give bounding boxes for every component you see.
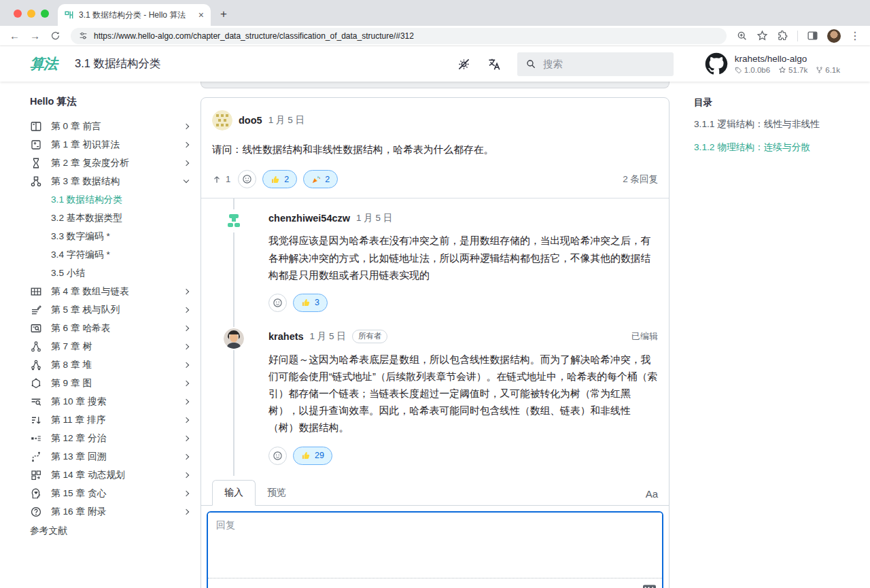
chevron-right-icon[interactable]: [184, 288, 189, 294]
party-popper-icon: [311, 175, 321, 184]
sidebar-item-chapter-9[interactable]: 第 9 章 图: [30, 374, 194, 392]
chevron-right-icon[interactable]: [184, 435, 189, 440]
reload-icon[interactable]: [50, 31, 60, 41]
theme-toggle-icon[interactable]: [457, 58, 470, 71]
chevron-right-icon[interactable]: [184, 508, 189, 514]
chevron-right-icon[interactable]: [184, 453, 189, 459]
window-minimize-button[interactable]: [27, 10, 35, 18]
comment-date[interactable]: 1 月 5 日: [356, 212, 392, 224]
extensions-icon[interactable]: [777, 30, 788, 41]
tab-write[interactable]: 输入: [212, 480, 256, 506]
sidebar-item-chapter-0[interactable]: 第 0 章 前言: [30, 117, 194, 135]
add-reaction-button[interactable]: [268, 294, 287, 312]
sidebar-item-3-2[interactable]: 3.2 基本数据类型: [51, 209, 194, 227]
chevron-right-icon[interactable]: [184, 490, 189, 496]
sidebar-item-3-4[interactable]: 3.4 字符编码 *: [51, 245, 194, 264]
comment-author[interactable]: krahets: [268, 331, 304, 342]
tab-preview[interactable]: 预览: [256, 481, 298, 505]
comment-author[interactable]: chenzhiwei54czw: [268, 213, 350, 224]
sidebar-item-chapter-10[interactable]: 第 10 章 搜索: [30, 392, 194, 411]
reaction-party[interactable]: 2: [303, 170, 338, 188]
back-icon[interactable]: ←: [10, 31, 20, 41]
new-tab-button[interactable]: +: [220, 7, 227, 21]
chrome-menu-icon[interactable]: ⋮: [850, 31, 860, 41]
reply-textarea[interactable]: [208, 513, 662, 578]
sidebar-title[interactable]: Hello 算法: [30, 95, 194, 108]
sidebar-item-chapter-16[interactable]: 第 16 章 附录: [30, 502, 194, 521]
search-box[interactable]: [517, 52, 674, 76]
chevron-right-icon[interactable]: [184, 307, 189, 312]
sidebar-item-chapter-3[interactable]: 第 3 章 数据结构: [30, 172, 194, 190]
chevron-right-icon[interactable]: [184, 123, 189, 128]
comment-author[interactable]: doo5: [239, 115, 262, 126]
chevron-right-icon[interactable]: [184, 325, 189, 330]
markdown-icon[interactable]: [643, 585, 656, 588]
sidebar-item-chapter-4[interactable]: 第 4 章 数组与链表: [30, 282, 194, 300]
add-reaction-button[interactable]: [238, 170, 256, 188]
avatar[interactable]: [212, 110, 232, 131]
comment-date[interactable]: 1 月 5 日: [268, 114, 304, 126]
sidebar-item-chapter-11[interactable]: 第 11 章 排序: [30, 411, 194, 429]
sidebar-item-3-5[interactable]: 3.5 小结: [51, 264, 194, 282]
upvote-arrow-icon[interactable]: [212, 175, 222, 184]
site-logo[interactable]: 算法: [30, 54, 57, 73]
comment-body: 请问：线性数据结构和非线性数据结构，哈希表为什么都存在。: [212, 141, 658, 158]
sidebar-item-chapter-7[interactable]: 第 7 章 树: [30, 337, 194, 356]
zoom-search-icon[interactable]: [737, 31, 748, 41]
site-settings-icon[interactable]: [79, 31, 88, 40]
search-input[interactable]: [543, 58, 645, 69]
chevron-right-icon[interactable]: [184, 380, 189, 385]
avatar[interactable]: [224, 328, 244, 349]
chevron-right-icon[interactable]: [184, 417, 189, 422]
chevron-right-icon[interactable]: [184, 362, 189, 367]
repo-name[interactable]: krahets/hello-algo: [735, 54, 840, 64]
github-repo-link[interactable]: krahets/hello-algo 1.0.0b6 51.7k 6.1k: [705, 52, 840, 75]
reaction-thumbs-up[interactable]: 3: [293, 294, 328, 312]
browser-tab[interactable]: 3.1 数据结构分类 - Hello 算法 ×: [58, 4, 211, 26]
sidebar-item-chapter-8[interactable]: 第 8 章 堆: [30, 356, 194, 374]
sidebar-item-3-1[interactable]: 3.1 数据结构分类: [51, 190, 194, 209]
upvote-control[interactable]: 1: [212, 174, 230, 184]
sidebar-item-chapter-12[interactable]: 第 12 章 分治: [30, 429, 194, 447]
reply-comment: chenzhiwei54czw 1 月 5 日 我觉得应该是因为哈希表在没有冲突…: [234, 212, 658, 311]
sidebar-item-chapter-5[interactable]: 第 5 章 栈与队列: [30, 300, 194, 319]
sidebar-item-chapter-15[interactable]: 第 15 章 贪心: [30, 484, 194, 502]
url-text[interactable]: https://www.hello-algo.com/chapter_data_…: [94, 31, 414, 41]
comment-date[interactable]: 1 月 5 日: [310, 330, 346, 343]
chevron-right-icon[interactable]: [184, 472, 189, 477]
smiley-icon: [242, 174, 252, 184]
sidebar-item-chapter-2[interactable]: 第 2 章 复杂度分析: [30, 154, 194, 172]
reaction-thumbs-up[interactable]: 2: [262, 170, 297, 188]
forward-icon[interactable]: →: [30, 31, 40, 41]
avatar[interactable]: [224, 211, 244, 231]
chevron-right-icon[interactable]: [184, 160, 189, 165]
toc-item-3-1-2[interactable]: 3.1.2 物理结构：连续与分散: [694, 141, 863, 154]
sidebar-item-chapter-13[interactable]: 第 13 章 回溯: [30, 447, 194, 466]
url-field[interactable]: https://www.hello-algo.com/chapter_data_…: [71, 28, 727, 44]
reaction-thumbs-up[interactable]: 29: [293, 447, 332, 465]
sidebar-item-chapter-6[interactable]: 第 6 章 哈希表: [30, 319, 194, 337]
sidebar-item-chapter-1[interactable]: 第 1 章 初识算法: [30, 135, 194, 154]
window-controls[interactable]: [14, 10, 49, 18]
chevron-down-icon[interactable]: [184, 177, 189, 183]
chevron-right-icon[interactable]: [184, 398, 189, 404]
github-logo-icon: [705, 52, 728, 75]
translate-icon[interactable]: [487, 57, 501, 71]
toc-item-3-1-1[interactable]: 3.1.1 逻辑结构：线性与非线性: [694, 118, 863, 131]
sidebar-item-3-3[interactable]: 3.3 数字编码 *: [51, 227, 194, 245]
smiley-icon: [273, 298, 283, 308]
window-close-button[interactable]: [14, 10, 22, 18]
add-reaction-button[interactable]: [268, 447, 287, 465]
browser-tab-strip: 3.1 数据结构分类 - Hello 算法 × +: [0, 0, 870, 26]
bookmark-star-icon[interactable]: [756, 30, 768, 41]
profile-avatar[interactable]: [827, 29, 841, 43]
sidebar-item-references[interactable]: 参考文献: [30, 521, 194, 540]
chevron-right-icon[interactable]: [184, 343, 189, 349]
window-zoom-button[interactable]: [41, 10, 49, 18]
text-format-icon[interactable]: Aa: [646, 488, 658, 505]
tab-close-icon[interactable]: ×: [198, 10, 204, 20]
side-panel-icon[interactable]: [807, 30, 818, 41]
chevron-right-icon[interactable]: [184, 141, 189, 147]
sidebar-item-chapter-14[interactable]: 第 14 章 动态规划: [30, 466, 194, 484]
star-icon: [778, 66, 786, 74]
